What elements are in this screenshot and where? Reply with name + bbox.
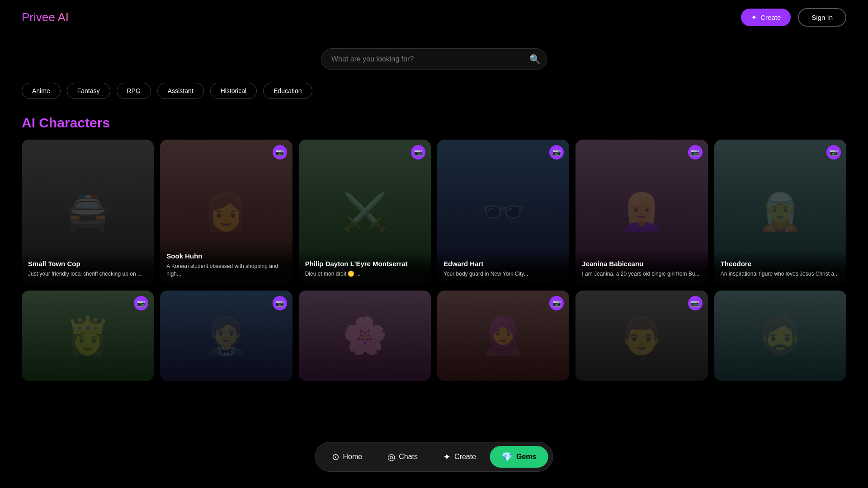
card-name-4: Edward Hart <box>443 259 563 268</box>
card-r2-1[interactable]: 👸 📷 <box>22 291 154 381</box>
card-name-1: Small Town Cop <box>28 259 147 268</box>
nav-home-label: Home <box>343 453 363 461</box>
home-icon: ⊙ <box>332 451 340 462</box>
search-input[interactable] <box>321 48 547 70</box>
create-button[interactable]: ✦ Create <box>741 9 791 26</box>
nav-chats-label: Chats <box>399 453 418 461</box>
card-r2-6[interactable]: 🧔 <box>714 291 846 381</box>
card-desc-4: Your body guard in New York City... <box>443 270 563 278</box>
card-desc-6: An inspirational figure who loves Jesus … <box>721 270 840 278</box>
card-overlay-2: Sook Huhn A Korean student obsessed with… <box>160 243 292 284</box>
card-r2-3[interactable]: 🌸 <box>299 291 431 381</box>
cards-grid-row2: 👸 📷 🤵 📷 🌸 🧕 📷 👨 📷 🧔 <box>0 291 868 381</box>
nav-gems[interactable]: 💎 Gems <box>490 446 548 468</box>
filter-education[interactable]: Education <box>263 83 312 99</box>
nav-home[interactable]: ⊙ Home <box>320 446 374 468</box>
card-r2-5[interactable]: 👨 📷 <box>576 291 708 381</box>
card-desc-3: Dieu et mon droit 🟡 ... <box>305 270 425 278</box>
card-r2-4[interactable]: 🧕 📷 <box>437 291 569 381</box>
card-overlay-1: Small Town Cop Just your friendly local … <box>22 250 154 284</box>
card-edward-hart[interactable]: 🕶️ 📷 Edward Hart Your body guard in New … <box>437 140 569 284</box>
card-name-2: Sook Huhn <box>166 252 286 261</box>
header: Privee AI ✦ Create Sign In <box>0 0 868 35</box>
bottom-navigation: ⊙ Home ◎ Chats ✦ Create 💎 Gems <box>315 442 553 472</box>
card-overlay-5: Jeanina Babiceanu I am Jeanina, a 20 yea… <box>576 250 708 284</box>
card-overlay-3: Philip Dayton L'Eyre Montserrat Dieu et … <box>299 250 431 284</box>
filter-anime[interactable]: Anime <box>22 83 61 99</box>
search-button[interactable]: 🔍 <box>529 54 541 65</box>
card-name-3: Philip Dayton L'Eyre Montserrat <box>305 259 425 268</box>
signin-button[interactable]: Sign In <box>798 8 846 27</box>
search-section: 🔍 <box>0 48 868 70</box>
card-overlay-6: Theodore An inspirational figure who lov… <box>714 250 846 284</box>
card-art-r2-6: 🧔 <box>714 291 846 381</box>
camera-icon-3: 📷 <box>411 145 425 160</box>
camera-icon-5: 📷 <box>688 145 703 160</box>
camera-icon-r2-5: 📷 <box>688 296 703 310</box>
nav-gems-label: Gems <box>516 453 536 461</box>
camera-icon-2: 📷 <box>273 145 287 160</box>
sparkle-icon: ✦ <box>751 13 757 22</box>
card-desc-5: I am Jeanina, a 20 years old single girl… <box>582 270 701 278</box>
nav-chats[interactable]: ◎ Chats <box>376 446 429 468</box>
filter-fantasy[interactable]: Fantasy <box>67 83 110 99</box>
card-desc-1: Just your friendly local sheriff checkin… <box>28 270 147 278</box>
camera-icon-6: 📷 <box>826 145 841 160</box>
card-desc-2: A Korean student obsessed with shopping … <box>166 263 286 278</box>
card-r2-2[interactable]: 🤵 📷 <box>160 291 292 381</box>
card-sook-huhn[interactable]: 👩 📷 Sook Huhn A Korean student obsessed … <box>160 140 292 284</box>
card-name-6: Theodore <box>721 259 840 268</box>
camera-icon-r2-2: 📷 <box>273 296 287 310</box>
card-jeanina[interactable]: 👱‍♀️ 📷 Jeanina Babiceanu I am Jeanina, a… <box>576 140 708 284</box>
nav-create[interactable]: ✦ Create <box>431 446 488 468</box>
section-title: AI Characters <box>0 115 868 131</box>
card-name-5: Jeanina Babiceanu <box>582 259 701 268</box>
card-overlay-4: Edward Hart Your body guard in New York … <box>437 250 569 284</box>
chats-icon: ◎ <box>387 451 395 462</box>
nav-create-label: Create <box>454 453 476 461</box>
app-logo: Privee AI <box>22 10 69 24</box>
card-theodore[interactable]: 🧝 📷 Theodore An inspirational figure who… <box>714 140 846 284</box>
card-philip-dayton[interactable]: ⚔️ 📷 Philip Dayton L'Eyre Montserrat Die… <box>299 140 431 284</box>
search-icon: 🔍 <box>529 54 541 64</box>
gems-icon: 💎 <box>501 451 513 462</box>
card-small-town-cop[interactable]: 🚔 Small Town Cop Just your friendly loca… <box>22 140 154 284</box>
cards-grid-row1: 🚔 Small Town Cop Just your friendly loca… <box>0 140 868 284</box>
card-art-r2-3: 🌸 <box>299 291 431 381</box>
filter-rpg[interactable]: RPG <box>117 83 151 99</box>
filter-historical[interactable]: Historical <box>210 83 257 99</box>
filter-assistant[interactable]: Assistant <box>157 83 204 99</box>
search-bar-container: 🔍 <box>321 48 547 70</box>
create-nav-icon: ✦ <box>443 451 451 462</box>
filter-tags: Anime Fantasy RPG Assistant Historical E… <box>0 83 868 99</box>
header-actions: ✦ Create Sign In <box>741 8 846 27</box>
